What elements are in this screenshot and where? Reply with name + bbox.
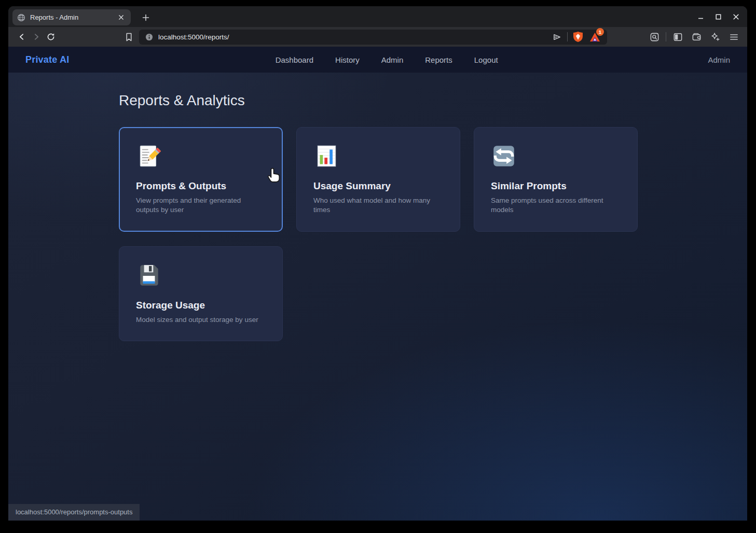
brave-shield-icon[interactable] <box>573 31 583 43</box>
leo-ai-icon[interactable] <box>708 30 722 44</box>
reload-icon[interactable] <box>44 30 58 44</box>
url-text[interactable]: localhost:5000/reports/ <box>158 33 547 41</box>
back-icon[interactable] <box>15 30 29 44</box>
floppy-disk-icon <box>136 262 266 288</box>
search-panel-icon[interactable] <box>647 30 662 44</box>
card-description: View prompts and their generated outputs… <box>136 196 266 215</box>
card-storage-usage[interactable]: Storage Usage Model sizes and output sto… <box>119 246 283 342</box>
forward-icon[interactable] <box>29 30 44 44</box>
repeat-arrows-icon <box>491 143 621 169</box>
close-icon[interactable] <box>731 12 741 22</box>
status-link-preview: localhost:5000/reports/prompts-outputs <box>8 504 140 521</box>
new-tab-button[interactable] <box>139 11 153 24</box>
tab-close-icon[interactable] <box>116 12 126 23</box>
bar-chart-icon <box>313 143 443 169</box>
browser-toolbar: localhost:5000/reports/ <box>8 27 747 47</box>
user-label: Admin <box>708 55 730 64</box>
send-icon[interactable] <box>552 32 562 42</box>
card-title: Storage Usage <box>136 300 266 311</box>
wallet-icon[interactable] <box>689 30 704 44</box>
card-description: Same prompts used across different model… <box>491 196 621 215</box>
brave-rewards-icon[interactable]: 1 <box>588 31 601 43</box>
maximize-icon[interactable] <box>713 12 723 22</box>
globe-icon <box>17 13 25 22</box>
tab-bar: Reports - Admin <box>8 6 747 27</box>
card-description: Model sizes and output storage by user <box>136 315 266 325</box>
browser-window: Reports - Admin <box>8 6 747 521</box>
rewards-badge: 1 <box>596 28 604 36</box>
tab-title: Reports - Admin <box>30 13 111 21</box>
card-prompts-outputs[interactable]: Prompts & Outputs View prompts and their… <box>119 127 283 232</box>
menu-icon[interactable] <box>726 30 741 44</box>
page-content: Private AI Dashboard History Admin Repor… <box>8 47 747 521</box>
site-navbar: Private AI Dashboard History Admin Repor… <box>8 47 747 73</box>
reports-page: Reports & Analytics <box>8 73 747 521</box>
nav-link-history[interactable]: History <box>335 55 360 64</box>
divider <box>666 32 666 41</box>
card-usage-summary[interactable]: Usage Summary Who used what model and ho… <box>296 127 460 232</box>
card-title: Similar Prompts <box>491 180 621 192</box>
nav-links: Dashboard History Admin Reports Logout <box>276 55 498 64</box>
page-title: Reports & Analytics <box>119 92 747 109</box>
brand-logo[interactable]: Private AI <box>25 54 69 65</box>
memo-pencil-icon <box>136 143 266 169</box>
nav-link-dashboard[interactable]: Dashboard <box>276 55 313 64</box>
nav-link-logout[interactable]: Logout <box>474 55 498 64</box>
card-description: Who used what model and how many times <box>313 196 443 215</box>
nav-link-reports[interactable]: Reports <box>425 55 452 64</box>
bookmark-icon[interactable] <box>121 30 136 44</box>
card-title: Usage Summary <box>313 180 443 192</box>
tab-reports-admin[interactable]: Reports - Admin <box>12 9 131 25</box>
report-cards-grid: Prompts & Outputs View prompts and their… <box>119 127 638 341</box>
nav-link-admin[interactable]: Admin <box>381 55 404 64</box>
info-icon[interactable] <box>145 33 153 41</box>
divider <box>567 32 568 41</box>
card-similar-prompts[interactable]: Similar Prompts Same prompts used across… <box>474 127 638 232</box>
minimize-icon[interactable] <box>696 12 706 22</box>
sidebar-icon[interactable] <box>670 30 685 44</box>
card-title: Prompts & Outputs <box>136 180 266 192</box>
address-bar-actions: 1 <box>552 31 601 43</box>
window-controls <box>696 12 741 22</box>
toolbar-actions <box>647 30 741 44</box>
address-bar[interactable]: localhost:5000/reports/ <box>139 30 607 45</box>
